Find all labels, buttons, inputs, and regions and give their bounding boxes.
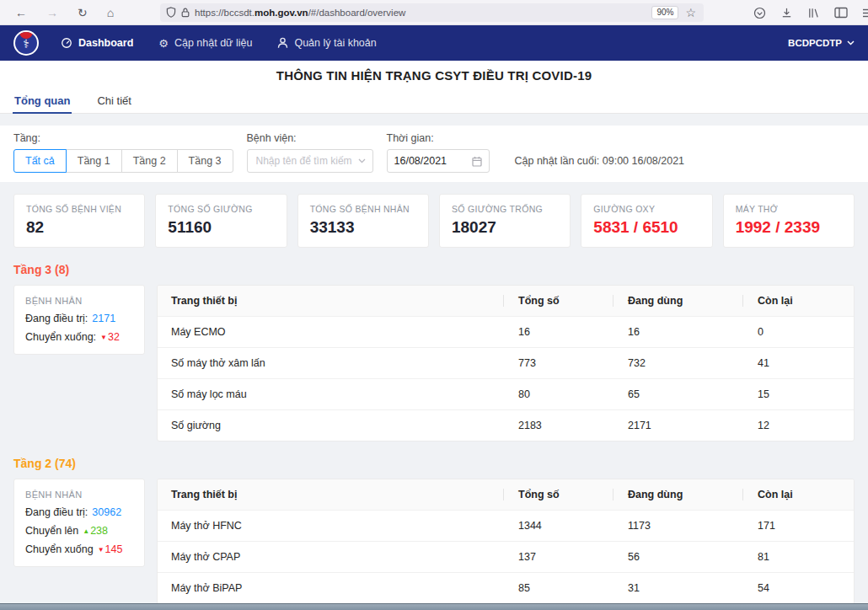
- table-cell: 41: [758, 357, 854, 369]
- stat-value: 82: [26, 218, 132, 237]
- bottom-scrollbar[interactable]: [0, 603, 868, 610]
- patients-line: Chuyển xuống▼145: [25, 543, 133, 555]
- up-arrow-icon: ▲: [83, 527, 89, 535]
- url-text: https://bccsdt.moh.gov.vn/#/dashboard/ov…: [195, 8, 646, 18]
- hospital-search-input[interactable]: [255, 154, 355, 168]
- page-title: THÔNG TIN HIỆN TRẠNG CSYT ĐIỀU TRỊ COVID…: [0, 61, 868, 83]
- table-cell: 80: [518, 388, 628, 400]
- staff-of-aesculapius-icon: ⚕: [23, 38, 29, 50]
- stat-value: 5831 / 6510: [593, 218, 699, 237]
- table-cell: 31: [628, 582, 758, 594]
- date-input[interactable]: 16/08/2021: [387, 149, 490, 173]
- hospital-filter-label: Bệnh viện:: [247, 132, 373, 144]
- stat-value: 1992 / 2339: [736, 218, 842, 237]
- table-cell: 15: [758, 388, 854, 400]
- stat-card: TỔNG SỐ BỆNH NHÂN33133: [297, 194, 429, 248]
- stat-label: GIƯỜNG OXY: [593, 204, 699, 214]
- patients-title: BỆNH NHÂN: [25, 490, 133, 500]
- table-cell: 54: [758, 582, 854, 594]
- stat-card: TỔNG SỐ BỆNH VIỆN82: [13, 194, 145, 248]
- hospital-select[interactable]: [247, 149, 373, 173]
- patients-card: BỆNH NHÂNĐang điều trị:30962Chuyển lên▲2…: [13, 479, 145, 567]
- nav-item-account-management[interactable]: Quản lý tài khoản: [277, 37, 376, 49]
- url-bar[interactable]: https://bccsdt.moh.gov.vn/#/dashboard/ov…: [160, 3, 704, 22]
- tab-tong-quan[interactable]: Tổng quan: [14, 88, 70, 113]
- table-cell: 16: [628, 326, 758, 338]
- last-updated-text: Cập nhật lần cuối: 09:00 16/08/2021: [515, 155, 685, 173]
- patients-line-value: ▼145: [98, 543, 123, 555]
- download-icon[interactable]: [780, 7, 793, 19]
- patients-line: Chuyển xuống:▼32: [25, 331, 133, 343]
- bookmark-star-icon[interactable]: ☆: [683, 6, 698, 19]
- stats-row: TỔNG SỐ BỆNH VIỆN82TỔNG SỐ GIƯỜNG51160TỔ…: [0, 194, 868, 248]
- tier-button-all[interactable]: Tất cả: [13, 149, 67, 173]
- table-row: Máy ECMO16160: [158, 316, 854, 347]
- gear-icon: ⚙: [158, 38, 169, 49]
- table-row: Máy thở CPAP1375681: [158, 541, 854, 572]
- pocket-icon[interactable]: [753, 7, 766, 19]
- tier-button-3[interactable]: Tầng 3: [177, 149, 233, 173]
- stat-label: TỔNG SỐ BỆNH VIỆN: [26, 204, 132, 214]
- screen: ← → ↻ ⌂ https://bccsdt.moh.gov.vn/#/dash…: [0, 0, 868, 610]
- time-filter-label: Thời gian:: [387, 132, 490, 144]
- table-header-row: Trang thiết bịTổng sốĐang dùngCòn lại: [158, 479, 854, 510]
- table-cell: 1344: [518, 520, 628, 532]
- library-icon[interactable]: [807, 7, 820, 19]
- stat-label: TỔNG SỐ BỆNH NHÂN: [310, 204, 416, 214]
- table-cell: 2183: [518, 420, 628, 431]
- table-header-cell: Tổng số: [518, 489, 628, 500]
- chevron-down-icon: [847, 40, 855, 45]
- tier-button-1[interactable]: Tầng 1: [66, 149, 122, 173]
- patients-title: BỆNH NHÂN: [25, 296, 133, 306]
- tier-body: BỆNH NHÂNĐang điều trị:30962Chuyển lên▲2…: [13, 479, 855, 610]
- table-cell: 81: [758, 551, 854, 563]
- nav-items: Dashboard ⚙ Cập nhật dữ liệu Quản lý tài…: [61, 37, 377, 49]
- nav-item-data-update[interactable]: ⚙ Cập nhật dữ liệu: [158, 37, 252, 49]
- tier-button-2[interactable]: Tầng 2: [121, 149, 178, 173]
- table-cell: 1173: [628, 520, 758, 532]
- stat-card: GIƯỜNG OXY5831 / 6510: [581, 194, 712, 248]
- tab-chi-tiet[interactable]: Chi tiết: [97, 88, 131, 113]
- stat-card: TỔNG SỐ GIƯỜNG51160: [155, 194, 287, 248]
- lock-icon: [181, 8, 190, 18]
- table-cell: Số máy lọc máu: [158, 388, 518, 400]
- table-row: Máy thở BiPAP853154: [158, 572, 854, 603]
- time-filter: Thời gian: 16/08/2021: [387, 132, 490, 173]
- table-header-cell: Tổng số: [518, 295, 628, 307]
- tier-section: Tầng 2 (74)BỆNH NHÂNĐang điều trị:30962C…: [13, 457, 855, 610]
- sidebar-icon[interactable]: [834, 7, 848, 19]
- patients-line: Chuyển lên▲238: [25, 525, 133, 537]
- table-cell: Số máy thở xâm lấn: [158, 357, 518, 369]
- table-row: Số máy lọc máu806515: [158, 378, 854, 409]
- browser-toolbar-icons: [753, 0, 868, 25]
- forward-button[interactable]: →: [43, 5, 62, 20]
- table-cell: 0: [758, 326, 854, 338]
- user-icon: [277, 37, 288, 49]
- table-cell: 65: [628, 388, 758, 400]
- titlebar: THÔNG TIN HIỆN TRẠNG CSYT ĐIỀU TRỊ COVID…: [0, 61, 868, 114]
- table-cell: Máy thở BiPAP: [158, 582, 518, 594]
- account-dropdown[interactable]: BCDPCDTP: [788, 38, 855, 48]
- menu-icon[interactable]: [862, 8, 868, 19]
- zoom-level-badge[interactable]: 90%: [651, 6, 678, 19]
- nav-item-dashboard[interactable]: Dashboard: [61, 37, 133, 49]
- patients-line-value: 2171: [92, 313, 115, 324]
- tracking-shield-icon[interactable]: [166, 7, 176, 18]
- moh-logo[interactable]: ⚕: [13, 30, 39, 56]
- table-cell: 171: [758, 520, 854, 532]
- patients-line-label: Đang điều trị:: [25, 313, 88, 324]
- reload-button[interactable]: ↻: [74, 5, 91, 20]
- sections: Tầng 3 (8)BỆNH NHÂNĐang điều trị:2171Chu…: [0, 263, 868, 610]
- patients-line-value: ▼32: [100, 331, 120, 343]
- stat-label: TỔNG SỐ GIƯỜNG: [168, 204, 274, 214]
- home-button[interactable]: ⌂: [104, 5, 117, 20]
- patients-line-label: Chuyển xuống: [25, 543, 94, 555]
- patients-line-value: 30962: [92, 506, 121, 518]
- calendar-icon: [472, 156, 482, 167]
- back-button[interactable]: ←: [12, 5, 30, 20]
- nav-item-label: Quản lý tài khoản: [294, 37, 376, 49]
- hospital-filter: Bệnh viện:: [247, 132, 373, 173]
- table-cell: 137: [518, 551, 628, 563]
- patients-line: Đang điều trị:2171: [25, 313, 133, 324]
- patients-line-value: ▲238: [83, 525, 108, 537]
